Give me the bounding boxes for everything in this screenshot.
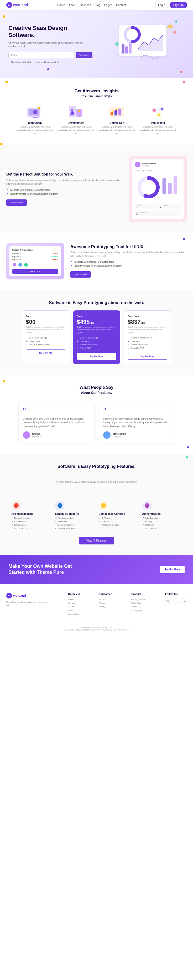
- feature-basic-2: Statements: [77, 340, 116, 342]
- subscribe-button[interactable]: Subscribe: [76, 52, 93, 58]
- footer-logo-icon: w: [6, 593, 12, 598]
- hero-subtitle: Unify your recent video creation process…: [8, 41, 93, 48]
- transactions-card: Recent Transactions Payment 1 -$125.00 P…: [10, 246, 61, 276]
- pricing-section: Software is Easy Prototyping about on th…: [0, 290, 193, 375]
- footer-overview-link-1[interactable]: Home: [68, 598, 80, 601]
- hero-title: Creative Saas Design Software.: [8, 25, 93, 38]
- desc-enterprise: Cobblers posh can victoria sponge some d…: [128, 326, 167, 334]
- footer-overview-heading: Overview: [68, 593, 80, 596]
- facebook-icon[interactable]: f: [173, 598, 179, 604]
- hero-illustration-area: [106, 21, 185, 68]
- footer-customer-link-3[interactable]: Policy: [99, 606, 112, 608]
- author-info-2: Steve Smith Designer: [113, 433, 126, 438]
- proto-features: Integrate With Popular Softwares tools I…: [70, 261, 187, 267]
- proto-left: Recent Transactions Payment 1 -$125.00 P…: [6, 243, 64, 280]
- auth-title: Authentication: [142, 512, 182, 515]
- reports-list: Publish anywhere Influencer Content Crea…: [55, 517, 94, 530]
- step-icon-development: [67, 105, 85, 119]
- try-enterprise-button[interactable]: Try For Free: [128, 353, 167, 360]
- auth-list: Print Templates Mockup Stationery Recrui…: [142, 517, 182, 530]
- amount-enterprise: $837/mo: [128, 318, 167, 325]
- hero-svg: [106, 21, 185, 68]
- footer-customer-link-2[interactable]: Privacy: [99, 602, 112, 604]
- svg-rect-38: [174, 176, 177, 194]
- testimonials-grid: " Cobblers posh-cray victoria sponge som…: [6, 402, 187, 443]
- step-title-optimalsort: OptimalSort: [99, 121, 136, 124]
- footer-product-link-2[interactable]: Style Guide: [131, 602, 145, 604]
- proto-cta-button[interactable]: Get Started: [70, 271, 91, 278]
- login-button[interactable]: Login: [155, 2, 168, 8]
- view-all-features-button[interactable]: View All Features: [79, 537, 114, 544]
- nav-contact[interactable]: Contact: [116, 3, 126, 6]
- email-input[interactable]: [8, 52, 74, 58]
- footer-overview-link-5[interactable]: Integrations: [68, 613, 80, 615]
- transactions-mockup: Recent Transactions Payment 1 -$125.00 P…: [6, 243, 64, 280]
- svg-rect-37: [168, 183, 172, 194]
- cta-try-free-button[interactable]: Try For Free: [160, 566, 185, 573]
- feature-ent-2: Statements: [128, 340, 167, 342]
- nav-actions: Login Sign Up: [155, 2, 187, 8]
- trans-title: Recent Transactions: [12, 249, 58, 251]
- steps-grid: Technology Absolutely everybody to belon…: [6, 105, 187, 135]
- svg-point-8: [173, 31, 176, 34]
- twitter-icon[interactable]: 𝕏: [165, 598, 171, 604]
- try-basic-button[interactable]: Try For Free: [77, 353, 116, 360]
- footer-product-link-1[interactable]: Getting Started: [131, 598, 145, 601]
- compliance-item-2: Creation: [99, 520, 138, 523]
- footer-social: 𝕏 f in: [165, 598, 187, 604]
- step-icon-optimalsort: [108, 105, 126, 119]
- perfect-left: Get the Perfect Solution for Your Web. C…: [6, 172, 123, 206]
- try-free-button[interactable]: Try For Free: [26, 350, 65, 356]
- productivity-mockup: David Silkman Designer Productivity summ…: [129, 156, 187, 222]
- pricing-basic: Basic $495/mo Cobblers posh can victoria…: [73, 310, 120, 364]
- perfect-feature-1: Integrate With Popular Softwares tools: [6, 189, 123, 191]
- perfect-cta-button[interactable]: Get Started: [6, 199, 27, 206]
- testimonial-text-2: Cobblers posh-cray victoria sponge some …: [103, 417, 171, 428]
- api-item-3: Engagement: [11, 524, 51, 526]
- features-section: Software is Easy Prototyping Features. O…: [0, 453, 193, 555]
- footer-col-product: Product Getting Started Style Guide Lice…: [131, 593, 145, 617]
- api-item-1: Domain Access: [11, 517, 51, 519]
- signup-button[interactable]: Sign Up: [170, 2, 187, 8]
- see-account-button[interactable]: See Account: [12, 269, 58, 274]
- pricing-enterprise: Enterprise $837/mo Cobblers posh can vic…: [124, 310, 171, 364]
- svg-rect-24: [115, 110, 117, 115]
- pricing-grid: Free $00 Cobblers posh can victoria spon…: [6, 310, 187, 364]
- nav-pages[interactable]: Pages: [104, 3, 112, 6]
- compliance-icon: 🟡: [101, 503, 106, 508]
- compliance-item-1: ID Viewer: [99, 517, 138, 519]
- logo[interactable]: w wetLand: [6, 2, 28, 8]
- step-desc-development: Absolutely everybody to belong greatest …: [58, 126, 94, 135]
- reports-item-2: Influencer: [55, 520, 94, 523]
- testimonial-2: " Cobblers posh-cray victoria sponge som…: [99, 402, 175, 443]
- svg-point-12: [33, 110, 37, 114]
- footer-product-link-4[interactable]: Changelog: [131, 609, 145, 612]
- nav-home[interactable]: Home: [57, 3, 65, 6]
- compliance-title: Compliance Controls: [99, 512, 138, 515]
- nav-blog[interactable]: Blog: [94, 3, 100, 6]
- steps-section: Get Answers, Insights Result in Simple S…: [0, 78, 193, 145]
- api-item-2: Connectivity: [11, 520, 51, 523]
- footer-overview-links: Home Privacy Policy Team Integrations: [68, 598, 80, 615]
- compliance-list: ID Viewer Creation Packaging Designer: [99, 517, 138, 526]
- linkedin-icon[interactable]: in: [181, 598, 187, 604]
- footer-overview-link-3[interactable]: Policy: [68, 606, 80, 608]
- svg-line-33: [156, 110, 160, 110]
- footer-overview-link-4[interactable]: Team: [68, 609, 80, 612]
- api-icon: 🔴: [14, 503, 19, 508]
- testimonial-1: " Cobblers posh-cray victoria sponge som…: [18, 402, 94, 443]
- compliance-item-3: Packaging Designer: [99, 524, 138, 526]
- svg-marker-7: [166, 24, 174, 28]
- feature-compliance: 🟡 Compliance Controls ID Viewer Creation…: [99, 501, 138, 531]
- nav-about[interactable]: About: [69, 3, 76, 6]
- testimonials-title: What People Say: [6, 385, 187, 390]
- footer-overview-link-2[interactable]: Privacy: [68, 602, 80, 604]
- footer-product-link-3[interactable]: Licenses: [131, 606, 145, 608]
- mockup-avatar: David Silkman Designer: [135, 162, 181, 167]
- footer-customer-link-1[interactable]: Home: [99, 598, 112, 601]
- auth-item-2: Mockup: [142, 520, 182, 523]
- svg-point-27: [153, 109, 156, 112]
- reports-icon: 🔵: [57, 503, 62, 508]
- author-role-2: Designer: [113, 435, 126, 438]
- nav-services[interactable]: Services: [80, 3, 91, 6]
